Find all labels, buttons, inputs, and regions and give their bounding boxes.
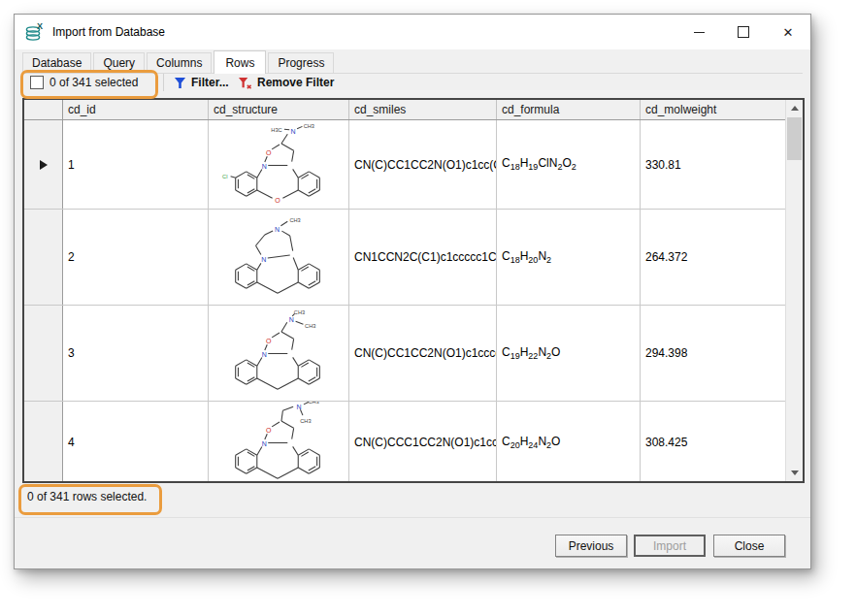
row-selector-cell[interactable] — [24, 120, 63, 209]
chevron-down-icon — [791, 470, 799, 475]
atom-label: N — [261, 256, 266, 263]
tab-query[interactable]: Query — [93, 52, 145, 73]
molecular-formula: C18H19ClN2O2 — [502, 156, 576, 172]
cell-cd_formula[interactable]: C19H22N2O — [497, 306, 641, 401]
table-row[interactable]: 4NONCH3CH3CN(C)CCC1CC2N(O1)c1cc...C20H24… — [24, 402, 786, 481]
column-header-cd_smiles[interactable]: cd_smiles — [349, 100, 497, 119]
column-header-cd_molweight[interactable]: cd_molweight — [641, 100, 784, 119]
molecule-structure: NNCH3 — [213, 213, 345, 301]
previous-button[interactable]: Previous — [555, 535, 627, 557]
app-icon-letter: X — [37, 22, 43, 31]
column-header-cd_id[interactable]: cd_id — [63, 100, 209, 119]
cell-cd_molweight[interactable]: 330.81 — [641, 120, 784, 209]
atom-label: H3C — [271, 126, 281, 132]
chevron-up-icon — [791, 106, 799, 111]
import-button[interactable]: Import — [634, 535, 706, 557]
cell-cd_smiles[interactable]: CN(C)CC1CC2N(O1)c1cc(C... — [349, 120, 497, 209]
cell-cd_id[interactable]: 2 — [63, 210, 209, 305]
row-selector-cell[interactable] — [24, 210, 63, 305]
grid-header-row: cd_idcd_structurecd_smilescd_formulacd_m… — [24, 100, 786, 120]
dialog-import-from-database: X Import from Database ✕ Database Query … — [14, 14, 811, 569]
window-controls: ✕ — [676, 15, 810, 49]
close-dialog-button[interactable]: Close — [713, 535, 785, 557]
column-header-cd_formula[interactable]: cd_formula — [497, 100, 641, 119]
atom-label: N — [296, 404, 301, 410]
select-rows-label: 0 of 341 selected — [49, 76, 138, 89]
cell-cd_structure[interactable]: NONCH3CH3 — [209, 306, 349, 401]
molecular-formula: C19H22N2O — [502, 345, 560, 361]
atom-label: CH3 — [304, 122, 314, 128]
vertical-scrollbar[interactable] — [785, 100, 803, 481]
filter-label: Filter... — [191, 76, 229, 89]
table-row[interactable]: 1ONONCH3H3CClCN(C)CC1CC2N(O1)c1cc(C...C1… — [24, 120, 786, 210]
atom-label: N — [262, 163, 267, 170]
cell-cd_formula[interactable]: C18H20N2 — [497, 210, 641, 305]
row-selector-cell[interactable] — [24, 402, 63, 481]
atom-label: O — [275, 197, 280, 204]
cell-cd_id[interactable]: 3 — [63, 306, 209, 401]
atom-label: CH3 — [294, 309, 305, 315]
row-selector-header[interactable] — [24, 100, 63, 119]
atom-label: O — [266, 427, 272, 434]
filter-icon — [174, 77, 186, 89]
row-selector-cell[interactable] — [24, 306, 63, 401]
atom-label: N — [262, 351, 267, 358]
tab-progress[interactable]: Progress — [268, 52, 334, 73]
title-bar[interactable]: X Import from Database ✕ — [15, 15, 810, 49]
atom-label: N — [262, 440, 267, 447]
tab-database[interactable]: Database — [22, 52, 91, 73]
atom-label: O — [266, 148, 272, 155]
cell-cd_structure[interactable]: NONCH3CH3 — [209, 402, 349, 481]
cell-cd_structure[interactable]: NNCH3 — [209, 210, 349, 305]
select-rows-checkbox[interactable]: 0 of 341 selected — [30, 76, 138, 89]
molecule-structure: ONONCH3H3CCl — [213, 121, 345, 209]
remove-filter-icon — [238, 77, 252, 89]
status-bar-text: 0 of 341 rows selected. — [27, 490, 147, 503]
cell-cd_structure[interactable]: ONONCH3H3CCl — [209, 120, 349, 209]
rows-toolbar: 0 of 341 selected Filter... Remove Filte… — [15, 73, 810, 98]
close-button[interactable]: ✕ — [766, 15, 810, 49]
atom-label: CH3 — [309, 402, 319, 405]
remove-filter-button[interactable]: Remove Filter — [234, 74, 338, 91]
filter-button[interactable]: Filter... — [170, 74, 233, 91]
scrollbar-up-button[interactable] — [786, 100, 803, 116]
minimize-button[interactable] — [676, 15, 721, 49]
molecular-formula: C20H24N2O — [502, 435, 560, 450]
maximize-icon — [738, 26, 749, 38]
atom-label: Cl — [222, 174, 227, 179]
cell-cd_smiles[interactable]: CN1CCN2C(C1)c1ccccc1Cc... — [349, 210, 497, 305]
tab-columns[interactable]: Columns — [147, 52, 212, 73]
atom-label: N — [275, 226, 280, 233]
atom-label: CH3 — [289, 217, 300, 223]
scrollbar-down-button[interactable] — [786, 465, 803, 481]
cell-cd_formula[interactable]: C18H19ClN2O2 — [497, 120, 641, 209]
checkbox-icon[interactable] — [30, 76, 44, 89]
toolbar-separator — [163, 74, 164, 91]
cell-cd_formula[interactable]: C20H24N2O — [497, 402, 641, 481]
cell-cd_smiles[interactable]: CN(C)CCC1CC2N(O1)c1cc... — [349, 402, 497, 481]
cell-cd_id[interactable]: 4 — [63, 402, 209, 481]
column-header-cd_structure[interactable]: cd_structure — [209, 100, 349, 119]
cell-cd_molweight[interactable]: 294.398 — [641, 306, 784, 401]
window-title: Import from Database — [52, 25, 165, 39]
maximize-button[interactable] — [721, 15, 766, 49]
cell-cd_id[interactable]: 1 — [63, 120, 209, 209]
molecule-structure: NONCH3CH3 — [213, 402, 345, 481]
atom-label: CH3 — [305, 323, 315, 329]
atom-label: N — [291, 128, 296, 135]
grid-rows-area[interactable]: cd_idcd_structurecd_smilescd_formulacd_m… — [24, 100, 786, 481]
atom-label: N — [289, 316, 294, 323]
cell-cd_smiles[interactable]: CN(C)CC1CC2N(O1)c1cccc... — [349, 306, 497, 401]
close-icon: ✕ — [783, 26, 794, 39]
current-row-arrow — [40, 160, 48, 170]
atom-label: CH3 — [300, 418, 311, 424]
tab-strip: Database Query Columns Rows Progress — [22, 51, 803, 74]
molecule-structure: NONCH3CH3 — [213, 309, 345, 397]
table-row[interactable]: 2NNCH3CN1CCN2C(C1)c1ccccc1Cc...C18H20N22… — [24, 210, 786, 306]
tab-rows[interactable]: Rows — [214, 50, 266, 74]
scrollbar-thumb[interactable] — [787, 117, 802, 160]
cell-cd_molweight[interactable]: 264.372 — [641, 210, 784, 305]
cell-cd_molweight[interactable]: 308.425 — [641, 402, 784, 481]
table-row[interactable]: 3NONCH3CH3CN(C)CC1CC2N(O1)c1cccc...C19H2… — [24, 306, 786, 402]
data-grid[interactable]: cd_idcd_structurecd_smilescd_formulacd_m… — [22, 98, 805, 483]
